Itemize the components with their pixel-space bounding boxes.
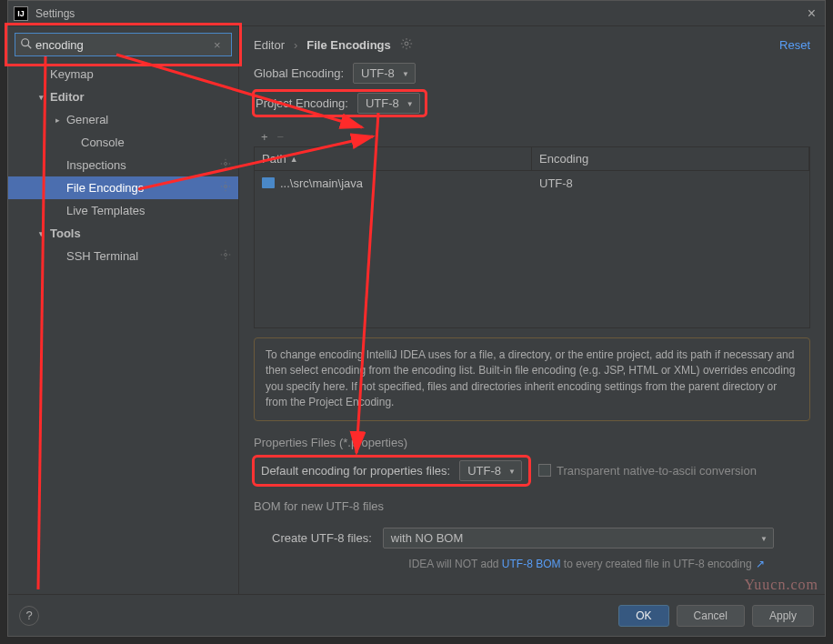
gear-icon (220, 158, 231, 172)
chevron-down-icon: ▼ (760, 535, 768, 543)
sidebar-item-label: Inspections (66, 158, 126, 172)
help-button[interactable]: ? (19, 606, 39, 626)
cell-encoding: UTF-8 (532, 171, 809, 195)
col-path[interactable]: Path▲ (255, 147, 532, 170)
svg-line-25 (409, 39, 410, 40)
project-encoding-label: Project Encoding: (256, 96, 348, 110)
sort-asc-icon: ▲ (290, 155, 298, 164)
reset-link[interactable]: Reset (779, 38, 810, 52)
search-icon (20, 37, 33, 50)
bom-note: IDEA will NOT add UTF-8 BOM to every cre… (254, 558, 810, 570)
titlebar: IJ Settings × (8, 1, 825, 26)
global-encoding-dropdown[interactable]: UTF-8 ▼ (353, 63, 416, 84)
global-encoding-row: Global Encoding: UTF-8 ▼ (254, 63, 810, 84)
svg-point-12 (225, 254, 227, 257)
apply-button[interactable]: Apply (752, 605, 814, 627)
search-container: × (8, 26, 238, 63)
sidebar-item-general[interactable]: ▸General (8, 108, 238, 131)
footer: ? OK Cancel Apply (8, 594, 825, 636)
checkbox-box (538, 464, 551, 477)
sidebar-item-tools[interactable]: ▾Tools (8, 222, 238, 245)
cancel-button[interactable]: Cancel (677, 605, 745, 627)
settings-tree: Keymap▾Editor▸GeneralConsoleInspectionsF… (8, 63, 238, 594)
utf8-bom-link[interactable]: UTF-8 BOM (502, 558, 561, 570)
chevron-right-icon: ▸ (55, 116, 65, 125)
chevron-down-icon: ▼ (508, 468, 516, 476)
project-encoding-dropdown[interactable]: UTF-8 ▼ (357, 93, 420, 114)
breadcrumb-current: File Encodings (306, 38, 390, 52)
gear-icon (220, 181, 231, 195)
gear-icon (400, 37, 413, 53)
table-header: Path▲ Encoding (255, 147, 809, 171)
breadcrumb: Editor › File Encodings Reset (254, 26, 810, 63)
table-toolbar: + − (254, 126, 810, 146)
sidebar-item-editor[interactable]: ▾Editor (8, 86, 238, 108)
svg-line-1 (28, 45, 32, 49)
bom-label: Create UTF-8 files: (272, 531, 372, 545)
props-encoding-value: UTF-8 (467, 464, 501, 478)
bom-value: with NO BOM (391, 531, 463, 545)
sidebar-item-console[interactable]: Console (8, 131, 238, 154)
sidebar-item-label: SSH Terminal (66, 249, 138, 263)
svg-line-22 (402, 39, 403, 40)
remove-path-button[interactable]: − (277, 130, 285, 144)
search-box[interactable]: × (15, 33, 232, 56)
bom-row: Create UTF-8 files: with NO BOM ▼ (254, 528, 810, 548)
props-encoding-dropdown[interactable]: UTF-8 ▼ (459, 460, 522, 481)
sidebar-item-ssh-terminal[interactable]: SSH Terminal (8, 245, 238, 267)
svg-point-17 (405, 42, 408, 45)
folder-icon (262, 177, 275, 188)
sidebar: × Keymap▾Editor▸GeneralConsoleInspection… (8, 26, 239, 594)
app-icon: IJ (14, 6, 28, 21)
main-panel: Editor › File Encodings Reset Global Enc… (239, 26, 825, 594)
props-encoding-label: Default encoding for properties files: (261, 464, 450, 478)
watermark: Yuucn.com (745, 577, 818, 593)
chevron-down-icon: ▼ (406, 100, 414, 108)
sidebar-item-label: File Encodings (66, 181, 144, 195)
search-input[interactable] (35, 38, 211, 52)
chevron-down-icon: ▾ (39, 93, 48, 102)
global-encoding-label: Global Encoding: (254, 66, 344, 80)
properties-row: Default encoding for properties files: U… (254, 457, 810, 485)
project-encoding-value: UTF-8 (366, 96, 399, 110)
project-encoding-row: Project Encoding: UTF-8 ▼ (254, 91, 426, 116)
col-encoding[interactable]: Encoding (532, 147, 809, 170)
sidebar-item-inspections[interactable]: Inspections (8, 154, 238, 176)
window-title: Settings (35, 7, 75, 20)
bom-dropdown[interactable]: with NO BOM ▼ (383, 528, 774, 548)
cell-path: ...\src\main\java (255, 171, 532, 195)
transparent-label: Transparent native-to-ascii conversion (557, 464, 757, 478)
sidebar-item-label: Editor (50, 90, 85, 104)
table-body: ...\src\main\java UTF-8 (255, 171, 809, 327)
sidebar-item-label: Keymap (50, 67, 94, 81)
table-row[interactable]: ...\src\main\java UTF-8 (255, 171, 809, 195)
chevron-down-icon: ▼ (402, 70, 409, 78)
encoding-table: Path▲ Encoding ...\src\main\java UTF-8 (254, 146, 810, 328)
sidebar-item-label: General (66, 113, 108, 126)
properties-section-label: Properties Files (*.properties) (254, 436, 810, 449)
chevron-right-icon: › (294, 38, 297, 52)
close-icon[interactable]: × (804, 5, 819, 22)
svg-point-2 (225, 163, 227, 166)
svg-line-24 (402, 46, 403, 47)
add-path-button[interactable]: + (261, 130, 268, 144)
global-encoding-value: UTF-8 (361, 66, 395, 80)
breadcrumb-parent[interactable]: Editor (254, 38, 285, 52)
gear-icon (220, 249, 231, 263)
sidebar-item-label: Tools (50, 226, 81, 240)
transparent-checkbox[interactable]: Transparent native-to-ascii conversion (538, 464, 757, 478)
bom-section-label: BOM for new UTF-8 files (254, 499, 810, 513)
chevron-down-icon: ▾ (39, 229, 48, 238)
sidebar-item-label: Live Templates (66, 204, 145, 217)
sidebar-item-file-encodings[interactable]: File Encodings (8, 176, 238, 199)
ok-button[interactable]: OK (618, 605, 668, 627)
sidebar-item-label: Console (81, 136, 125, 149)
info-box: To change encoding IntelliJ IDEA uses fo… (254, 337, 810, 421)
external-link-icon: ↗ (756, 558, 765, 570)
sidebar-item-keymap[interactable]: Keymap (8, 63, 238, 86)
clear-search-icon[interactable]: × (214, 38, 226, 51)
sidebar-item-live-templates[interactable]: Live Templates (8, 199, 238, 222)
svg-point-0 (22, 39, 29, 46)
body: × Keymap▾Editor▸GeneralConsoleInspection… (8, 26, 825, 594)
svg-point-7 (225, 186, 227, 188)
